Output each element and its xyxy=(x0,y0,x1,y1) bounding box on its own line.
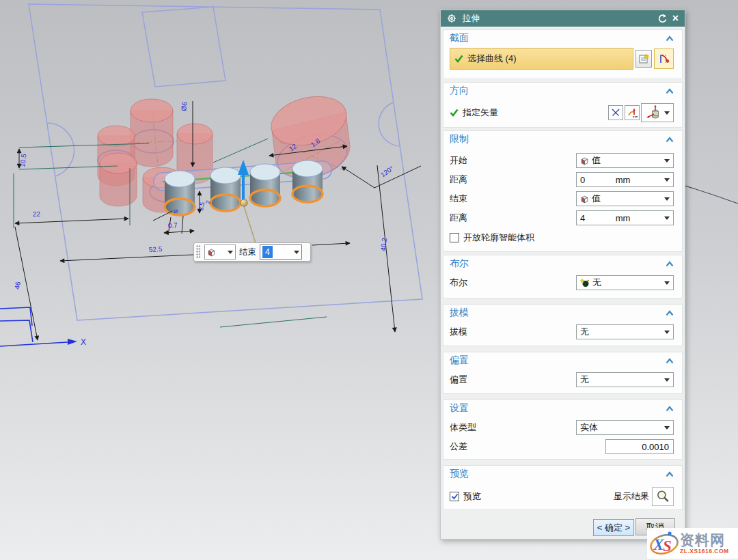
dropdown-caret xyxy=(664,281,670,288)
dim-10-5[interactable]: 10.5 xyxy=(18,153,27,167)
preview-label: 预览 xyxy=(463,490,481,503)
reset-icon[interactable] xyxy=(657,14,667,23)
limits-header[interactable]: 限制 xyxy=(450,133,469,145)
boolean-dropdown[interactable]: 无 xyxy=(576,275,674,290)
tolerance-value[interactable]: 0.0010 xyxy=(642,442,669,452)
vector-constructor-button[interactable] xyxy=(608,105,623,120)
collapse-chevron-icon[interactable] xyxy=(666,137,674,143)
dim-0-7[interactable]: 0.7 xyxy=(168,221,178,229)
sketch-section-button[interactable] xyxy=(636,50,652,68)
watermark-logo: X S xyxy=(648,529,680,558)
dim-22[interactable]: 22 xyxy=(33,210,41,218)
extrude-mini-toolbar[interactable]: 结束 4 xyxy=(193,242,311,262)
svg-text:S: S xyxy=(663,537,672,555)
start-type-dropdown[interactable]: 值 xyxy=(576,153,674,168)
collapse-chevron-icon[interactable] xyxy=(666,88,674,94)
end-label: 结束 xyxy=(450,193,467,205)
dropdown-caret xyxy=(664,216,670,223)
draft-card: 拔模 拔模 无 xyxy=(443,304,683,346)
section-header[interactable]: 截面 xyxy=(450,32,469,44)
offset-value: 无 xyxy=(580,374,589,386)
end-distance-label: 距离 xyxy=(450,212,467,224)
check-icon xyxy=(454,55,463,63)
offset-header[interactable]: 偏置 xyxy=(450,354,469,367)
check-icon xyxy=(450,109,459,117)
start-distance-label: 距离 xyxy=(450,173,467,186)
dim-120[interactable]: 120° xyxy=(379,165,395,179)
draft-header[interactable]: 拔模 xyxy=(450,307,469,319)
preview-checkbox[interactable] xyxy=(450,492,459,501)
end-distance-input[interactable]: 4 mm xyxy=(576,210,674,225)
extrude-dialog[interactable]: 拉伸 × 截面 选择曲线 (4) xyxy=(440,10,685,540)
dia-marker: Ø xyxy=(174,208,178,214)
tolerance-input[interactable]: 0.0010 xyxy=(605,439,674,454)
offset-dropdown[interactable]: 无 xyxy=(576,372,674,387)
handle-leader-line xyxy=(244,206,256,243)
start-distance-value[interactable]: 0 xyxy=(580,175,585,185)
input-caret xyxy=(294,251,299,257)
dropdown-caret xyxy=(664,426,670,432)
offset-card: 偏置 偏置 无 xyxy=(443,352,683,394)
show-result-label: 显示结果 xyxy=(614,490,649,503)
vector-dropdown-caret[interactable] xyxy=(664,111,670,117)
dim-dia6[interactable]: Ø6 xyxy=(180,101,189,111)
end-type-dropdown[interactable]: 值 xyxy=(576,191,674,206)
plate-outline[interactable] xyxy=(29,4,422,320)
face-normal-vector-button[interactable] xyxy=(641,103,674,122)
body-type-dropdown[interactable]: 实体 xyxy=(576,420,674,435)
start-distance-unit: mm xyxy=(616,175,634,185)
combo-caret xyxy=(228,251,233,257)
offset-label: 偏置 xyxy=(450,374,467,386)
dim-52-5[interactable]: 52.5 xyxy=(149,245,163,253)
vector-dialog-button[interactable] xyxy=(625,105,640,120)
dropdown-caret xyxy=(664,178,670,184)
start-distance-input[interactable]: 0 mm xyxy=(576,172,674,187)
value-cube-icon xyxy=(207,248,216,257)
end-type-value: 值 xyxy=(592,193,601,205)
x-axis-indicator: X xyxy=(0,307,86,347)
preview-card: 预览 预览 显示结果 xyxy=(443,465,683,510)
inferred-vector-icon xyxy=(627,107,638,118)
end-distance-value[interactable]: 4 xyxy=(262,246,273,258)
body-type-value: 实体 xyxy=(580,421,598,434)
body-type-label: 体类型 xyxy=(450,421,476,434)
boolean-header[interactable]: 布尔 xyxy=(450,257,469,270)
close-icon[interactable]: × xyxy=(672,13,679,24)
dim-46[interactable]: 46 xyxy=(13,281,22,290)
sketch-icon xyxy=(638,53,649,64)
draft-dropdown[interactable]: 无 xyxy=(576,324,674,339)
boolean-label: 布尔 xyxy=(450,277,467,289)
settings-card: 设置 体类型 实体 公差 0.0010 xyxy=(443,400,683,460)
preview-header[interactable]: 预览 xyxy=(450,468,469,480)
collapse-chevron-icon[interactable] xyxy=(666,406,674,412)
dropdown-caret xyxy=(664,197,670,204)
drag-sphere[interactable] xyxy=(241,199,247,206)
end-distance-input[interactable]: 4 xyxy=(260,244,302,260)
watermark-url: ZL.XS1616.COM xyxy=(680,548,729,555)
checkmark-icon xyxy=(451,493,459,500)
collapse-chevron-icon[interactable] xyxy=(666,310,674,316)
dialog-title: 拉伸 xyxy=(462,12,480,25)
select-curve-field[interactable]: 选择曲线 (4) xyxy=(450,48,633,70)
watermark-name: 资料网 xyxy=(680,533,729,547)
limit-type-combo[interactable] xyxy=(204,244,236,260)
draft-label: 拔模 xyxy=(450,326,467,338)
direction-header[interactable]: 方向 xyxy=(450,85,469,97)
face-normal-icon xyxy=(646,104,662,121)
end-distance-unit: mm xyxy=(616,213,634,223)
open-profile-checkbox[interactable] xyxy=(450,233,459,242)
dim-40-2[interactable]: 40.2 xyxy=(379,237,388,251)
collapse-chevron-icon[interactable] xyxy=(666,36,674,42)
curve-rule-button[interactable] xyxy=(654,48,674,69)
collapse-chevron-icon[interactable] xyxy=(666,471,674,477)
settings-header[interactable]: 设置 xyxy=(450,402,469,415)
toolbar-drag-grip[interactable] xyxy=(196,245,201,259)
end-distance-value[interactable]: 4 xyxy=(580,213,585,223)
collapse-chevron-icon[interactable] xyxy=(666,358,674,364)
collapse-chevron-icon[interactable] xyxy=(666,261,674,267)
start-type-value: 值 xyxy=(592,154,601,167)
ok-button[interactable]: < 确定 > xyxy=(593,519,634,536)
dialog-titlebar[interactable]: 拉伸 × xyxy=(441,10,685,27)
show-result-button[interactable] xyxy=(652,487,674,506)
gear-icon xyxy=(447,14,456,23)
